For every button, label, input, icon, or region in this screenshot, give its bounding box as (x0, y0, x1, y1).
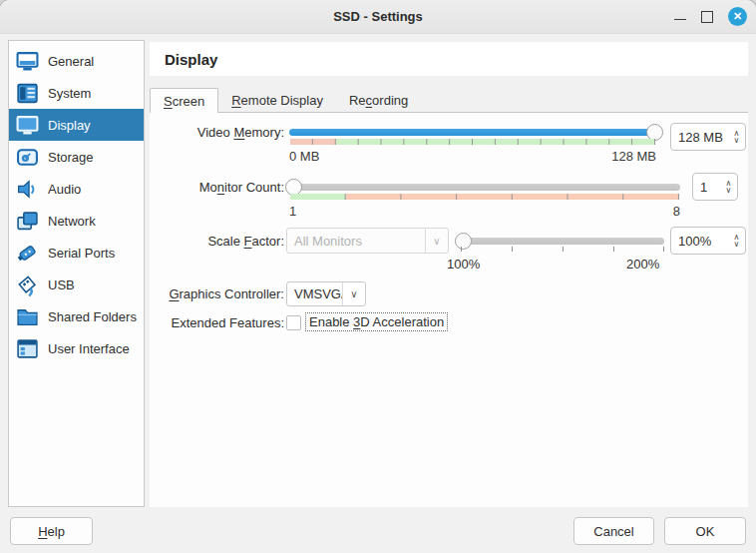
video-memory-max: 128 MB (611, 149, 656, 164)
tab-remote-display[interactable]: Remote Display (218, 88, 336, 113)
sidebar-item-label: Network (48, 214, 96, 229)
tab-recording[interactable]: Recording (336, 88, 421, 113)
sidebar-item-label: User Interface (48, 341, 130, 356)
video-memory-scale: 0 MB 128 MB (289, 149, 656, 164)
scale-factor-label: Scale Factor: (150, 234, 284, 249)
tab-screen[interactable]: Screen (150, 88, 218, 113)
cancel-button[interactable]: Cancel (573, 517, 654, 545)
video-memory-spinbox[interactable]: 128 MB ∧ ∨ (670, 123, 746, 151)
shared-folder-icon (16, 305, 39, 328)
sidebar-item-label: Storage (48, 150, 94, 165)
serial-port-icon (16, 242, 39, 265)
sidebar-item-label: Display (48, 118, 91, 133)
graphics-controller-label: Graphics Controller: (150, 286, 284, 301)
monitor-count-spinbox[interactable]: 1 ∧ ∨ (692, 173, 738, 201)
audio-speaker-icon (16, 178, 39, 201)
chevron-down-icon: ∨ (425, 229, 448, 253)
settings-sidebar: General System Display Storage Audio Net… (8, 40, 145, 507)
sidebar-item-serial-ports[interactable]: Serial Ports (9, 237, 144, 269)
enable-3d-acceleration-checkbox[interactable] (286, 315, 301, 330)
scale-factor-ticks (461, 247, 664, 252)
graphics-controller-combo[interactable]: VMSVGA ∨ (286, 281, 366, 306)
page-title-bar: Display (150, 42, 748, 76)
scale-factor-spin-arrows[interactable]: ∧ ∨ (728, 228, 745, 254)
monitor-count-max: 8 (673, 204, 680, 219)
close-icon[interactable]: ✕ (728, 7, 747, 26)
scale-factor-max: 200% (626, 257, 659, 272)
sidebar-item-label: USB (48, 277, 75, 292)
window-title: SSD - Settings (333, 9, 423, 24)
screen-tab-content: Video Memory: 0 MB 128 MB 128 MB ∧ ∨ Mon… (150, 112, 748, 507)
monitor-count-min: 1 (289, 204, 296, 219)
monitor-count-label: Monitor Count: (150, 180, 284, 195)
monitor-count-scale: 1 8 (289, 204, 680, 219)
scale-factor-spinbox[interactable]: 100% ∧ ∨ (670, 227, 746, 255)
scale-factor-value[interactable]: 100% (671, 234, 728, 249)
sidebar-item-label: Serial Ports (48, 246, 115, 261)
spin-down-icon[interactable]: ∨ (726, 187, 732, 194)
sidebar-item-label: System (48, 86, 91, 101)
scale-factor-min: 100% (447, 257, 480, 272)
help-button[interactable]: Help (10, 517, 93, 545)
network-icon (16, 210, 39, 233)
sidebar-item-storage[interactable]: Storage (9, 141, 144, 173)
video-memory-slider-track[interactable] (289, 129, 656, 136)
sidebar-item-label: Audio (48, 182, 81, 197)
usb-icon (16, 274, 39, 296)
sidebar-item-shared-folders[interactable]: Shared Folders (9, 300, 144, 332)
display-tabs: Screen Remote Display Recording (150, 88, 421, 113)
spin-down-icon[interactable]: ∨ (734, 137, 740, 144)
sidebar-item-label: General (48, 54, 94, 69)
scale-factor-slider-track[interactable] (461, 238, 664, 245)
maximize-icon[interactable] (701, 11, 713, 23)
display-monitor-icon (16, 114, 39, 137)
sidebar-item-label: Shared Folders (48, 309, 137, 324)
sidebar-item-display[interactable]: Display (9, 109, 144, 141)
video-memory-range-strip (290, 139, 655, 145)
scale-factor-monitor-combo[interactable]: All Monitors ∨ (286, 228, 449, 254)
video-memory-min: 0 MB (289, 149, 319, 164)
spin-down-icon[interactable]: ∨ (734, 241, 740, 248)
scale-factor-monitor-value: All Monitors (287, 234, 425, 249)
sidebar-item-usb[interactable]: USB (9, 269, 144, 300)
user-interface-icon (16, 337, 39, 360)
monitor-count-range-strip (290, 194, 679, 200)
monitor-count-value[interactable]: 1 (693, 180, 720, 195)
extended-features-label: Extended Features: (150, 315, 284, 330)
sidebar-item-user-interface[interactable]: User Interface (9, 332, 144, 364)
sidebar-item-audio[interactable]: Audio (9, 173, 144, 205)
storage-disk-icon (16, 146, 39, 169)
video-memory-label: Video Memory: (150, 125, 284, 140)
sidebar-item-network[interactable]: Network (9, 205, 144, 237)
monitor-count-spin-arrows[interactable]: ∧ ∨ (720, 174, 737, 200)
system-chip-icon (16, 82, 39, 105)
page-title: Display (165, 51, 217, 68)
chevron-down-icon: ∨ (342, 282, 365, 305)
sidebar-item-general[interactable]: General (9, 45, 144, 77)
video-memory-spin-arrows[interactable]: ∧ ∨ (728, 124, 745, 150)
title-bar[interactable]: SSD - Settings ✕ (0, 0, 756, 34)
minimize-icon[interactable] (674, 19, 686, 21)
graphics-controller-value: VMSVGA (287, 286, 342, 301)
ok-button[interactable]: OK (664, 517, 746, 545)
video-memory-value[interactable]: 128 MB (671, 130, 728, 145)
settings-window: SSD - Settings ✕ General System Display … (0, 0, 756, 553)
general-monitor-icon (16, 50, 39, 73)
monitor-count-slider-track[interactable] (289, 184, 680, 191)
sidebar-item-system[interactable]: System (9, 77, 144, 109)
window-controls: ✕ (674, 0, 747, 33)
enable-3d-acceleration-label[interactable]: Enable 3D Acceleration (305, 312, 448, 331)
